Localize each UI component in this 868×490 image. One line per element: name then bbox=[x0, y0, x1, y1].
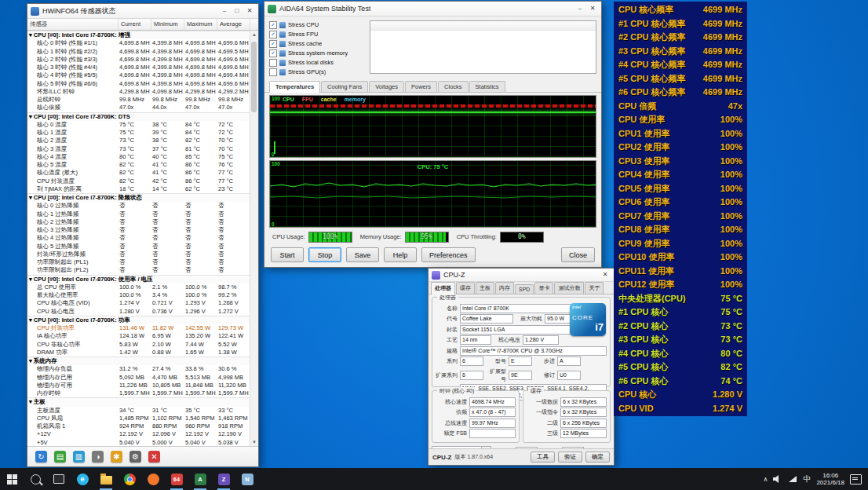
sensor-row[interactable]: DRAM 功率1.42 W0.88 W1.65 W1.38 W bbox=[27, 349, 250, 357]
reset-values-icon[interactable]: ↻ bbox=[35, 451, 47, 463]
sensor-group-row[interactable]: ▾ CPU [#0]: Intel Core i7-8700K: 使用率 / 电… bbox=[27, 275, 250, 283]
tab-clocks[interactable]: Clocks bbox=[438, 81, 469, 92]
ime-indicator[interactable]: 中 bbox=[803, 474, 811, 485]
sensor-row[interactable]: 核心 4 温度80 °C40 °C85 °C75 °C bbox=[27, 153, 250, 161]
sensor-row[interactable]: 封装/环形过热降频否否否否 bbox=[27, 250, 250, 258]
settings-gear-icon[interactable]: ⚙ bbox=[129, 451, 141, 463]
tab-temperatures[interactable]: Temperatures bbox=[269, 81, 320, 93]
logging-icon[interactable]: ▤ bbox=[54, 451, 66, 463]
google-chrome-taskbar-button[interactable] bbox=[118, 468, 141, 490]
sensor-row[interactable]: 最大核心使用率100.0 %3.4 %100.0 %99.2 % bbox=[27, 291, 250, 299]
sensor-row[interactable]: 核心 3 温度73 °C37 °C81 °C70 °C bbox=[27, 145, 250, 153]
stress-checkbox-stress-local-disks[interactable]: Stress local disks bbox=[269, 58, 365, 67]
stress-checkbox-stress-gpu-s[interactable]: Stress GPU(s) bbox=[269, 68, 365, 76]
sensor-row[interactable]: CPU 风扇1,485 RPM1,102 RPM1,540 RPM1,463 R… bbox=[27, 415, 250, 422]
tab-statistics[interactable]: Statistics bbox=[469, 81, 505, 92]
sensor-row[interactable]: CPU 封装功率131.46 W11.82 W142.55 W129.73 W bbox=[27, 324, 250, 332]
sensor-row[interactable]: 核心 1 时钟 (性能 #2/2)4,699.8 MHz4,399.8 MHz4… bbox=[27, 48, 250, 56]
minimize-icon[interactable]: – bbox=[219, 6, 230, 16]
tab-cooling-fans[interactable]: Cooling Fans bbox=[321, 81, 368, 92]
sensor-row[interactable]: 核心温度 (最大)82 °C41 °C86 °C77 °C bbox=[27, 169, 250, 177]
sensor-row[interactable]: 总 CPU 使用率100.0 %2.1 %100.0 %98.7 % bbox=[27, 283, 250, 291]
column-average[interactable]: Average bbox=[217, 19, 250, 30]
sensor-row[interactable]: 核心 2 过热降频否否否否 bbox=[27, 218, 250, 226]
sensor-row[interactable]: 核心 2 时钟 (性能 #3/3)4,699.8 MHz4,399.8 MHz4… bbox=[27, 56, 250, 64]
sensor-row[interactable]: CPU 封装温度82 °C42 °C86 °C77 °C bbox=[27, 177, 250, 185]
column-sensor[interactable]: 传感器 bbox=[27, 19, 119, 30]
stop-button[interactable]: Stop bbox=[308, 247, 341, 262]
minimize-icon[interactable]: – bbox=[574, 4, 585, 13]
aida64-titlebar[interactable]: AIDA64 System Stability Test – ✕ bbox=[264, 2, 601, 16]
sensor-row[interactable]: CPU 核心电压 (VID)1.274 V0.721 V1.293 V1.268… bbox=[27, 299, 250, 307]
sensor-group-row[interactable]: ▾ CPU [#0]: Intel Core i7-8700K: DTS bbox=[27, 112, 250, 121]
tray-chevron-icon[interactable]: ∧ bbox=[764, 476, 768, 483]
hwinfo64-taskbar-button[interactable]: 64 bbox=[165, 468, 188, 490]
notification-center-icon[interactable] bbox=[850, 474, 862, 485]
tab-缓存[interactable]: 缓存 bbox=[456, 282, 475, 294]
sensor-row[interactable]: 核心 3 时钟 (性能 #4/4)4,699.8 MHz4,399.8 MHz4… bbox=[27, 64, 250, 71]
sensor-row[interactable]: 核心 4 过热降频否否否否 bbox=[27, 234, 250, 242]
tab-处理器[interactable]: 处理器 bbox=[431, 282, 455, 294]
sensor-row[interactable]: 到 TjMAX 的距离18 °C14 °C62 °C23 °C bbox=[27, 185, 250, 193]
sensor-row[interactable]: 核心 2 温度73 °C38 °C82 °C70 °C bbox=[27, 137, 250, 144]
stress-checkbox-stress-fpu[interactable]: ✓Stress FPU bbox=[269, 30, 365, 38]
sensor-row[interactable]: 功率限制超出 (PL1)否否否否 bbox=[27, 258, 250, 266]
sensor-group-row[interactable]: ▾ 系统内存 bbox=[27, 357, 250, 365]
microsoft-edge-taskbar-button[interactable]: e bbox=[71, 468, 94, 490]
notepad-taskbar-button[interactable]: N bbox=[235, 468, 259, 490]
scroll-up-icon[interactable]: ▲ bbox=[250, 31, 258, 38]
sensor-row[interactable]: +12V12.192 V12.096 V12.192 V12.190 V bbox=[27, 430, 250, 438]
volume-icon[interactable] bbox=[773, 475, 782, 483]
sensor-row[interactable]: 核心 5 温度82 °C41 °C86 °C76 °C bbox=[27, 161, 250, 169]
close-button[interactable]: Close bbox=[561, 247, 595, 262]
sensor-row[interactable]: 核心 1 过热降频否否否否 bbox=[27, 210, 250, 218]
sensor-row[interactable]: 物理内存已用5,092 MB4,470 MB5,513 MB4,998 MB bbox=[27, 374, 250, 382]
sensor-row[interactable]: 核心 0 过热降频否否否否 bbox=[27, 202, 250, 210]
stress-checkbox-stress-cache[interactable]: ✓Stress cache bbox=[269, 39, 365, 48]
network-icon[interactable] bbox=[788, 475, 797, 483]
stress-checkbox-stress-system-memory[interactable]: ✓Stress system memory bbox=[269, 49, 365, 57]
sensor-row[interactable]: 核心 1 温度75 °C39 °C84 °C72 °C bbox=[27, 129, 250, 137]
sensor-row[interactable]: +5V5.040 V5.000 V5.040 V5.038 V bbox=[27, 439, 250, 447]
tab-主板[interactable]: 主板 bbox=[476, 282, 494, 294]
sensor-group-row[interactable]: ▾ 主板 bbox=[27, 397, 250, 406]
tab-spd[interactable]: SPD bbox=[515, 284, 534, 294]
hwinfo-scrollbar[interactable]: ▲ ▼ bbox=[250, 31, 258, 446]
maximize-icon[interactable]: □ bbox=[232, 6, 243, 16]
firefox-taskbar-button[interactable] bbox=[141, 468, 165, 490]
sensor-row[interactable]: 核心 5 过热降频否否否否 bbox=[27, 243, 250, 250]
sensor-row[interactable]: 物理内存可用11,226 MB10,805 MB11,848 MB11,320 … bbox=[27, 382, 250, 389]
start-button[interactable]: Start bbox=[271, 247, 304, 262]
sensor-row[interactable]: 核心 4 时钟 (性能 #5/5)4,699.8 MHz4,399.8 MHz4… bbox=[27, 71, 250, 79]
save-button[interactable]: Save bbox=[346, 247, 379, 262]
start-button[interactable] bbox=[0, 468, 24, 490]
hwinfo-titlebar[interactable]: HWiNFO64 传感器状态 – □ ✕ bbox=[27, 4, 258, 19]
sensor-row[interactable]: 总线时钟99.8 MHz99.8 MHz99.8 MHz99.8 MHz bbox=[27, 96, 250, 104]
sensor-row[interactable]: 核心 3 过热降频否否否否 bbox=[27, 226, 250, 234]
close-icon[interactable]: ✕ bbox=[244, 6, 255, 16]
search-button[interactable] bbox=[24, 468, 47, 490]
sensor-group-row[interactable]: ▾ CPU [#0]: Intel Core i7-8700K: 功率 bbox=[27, 316, 250, 324]
sensor-row[interactable]: CPU 非核心功率5.83 W2.10 W7.44 W5.52 W bbox=[27, 341, 250, 349]
scrollbar-thumb[interactable] bbox=[251, 42, 257, 112]
close-icon[interactable]: ✕ bbox=[148, 451, 160, 463]
preferences-button[interactable]: Preferences bbox=[421, 247, 476, 262]
sensor-row[interactable]: 核心 0 时钟 (性能 #1/1)4,699.8 MHz4,399.8 MHz4… bbox=[27, 39, 250, 47]
ok-button[interactable]: 确定 bbox=[585, 452, 610, 463]
sun-icon[interactable]: ✱ bbox=[111, 451, 122, 463]
tab-voltages[interactable]: Voltages bbox=[369, 81, 404, 92]
column-current[interactable]: Current bbox=[119, 19, 151, 30]
tab-powers[interactable]: Powers bbox=[405, 81, 437, 92]
tab-显卡[interactable]: 显卡 bbox=[534, 282, 553, 294]
sensor-row[interactable]: CPU 核心电压1.280 V0.736 V1.296 V1.272 V bbox=[27, 308, 250, 316]
scroll-down-icon[interactable]: ▼ bbox=[250, 438, 258, 446]
stress-checkbox-stress-cpu[interactable]: ✓Stress CPU bbox=[269, 20, 365, 29]
sensor-group-row[interactable]: ▾ CPU [#0]: Intel Core i7-8700K: 增强 bbox=[27, 31, 250, 39]
task-view-button[interactable] bbox=[47, 468, 71, 490]
file-explorer-taskbar-button[interactable] bbox=[94, 468, 118, 490]
result-listbox[interactable] bbox=[370, 20, 596, 74]
sensor-row[interactable]: 机箱风扇 1924 RPM880 RPM960 RPM918 RPM bbox=[27, 422, 250, 430]
sensor-row[interactable]: 核心倍频47.0x44.0x47.0x47.0x bbox=[27, 104, 250, 112]
clock-icon[interactable]: ◑ bbox=[92, 451, 104, 463]
close-icon[interactable]: ✕ bbox=[600, 270, 611, 280]
